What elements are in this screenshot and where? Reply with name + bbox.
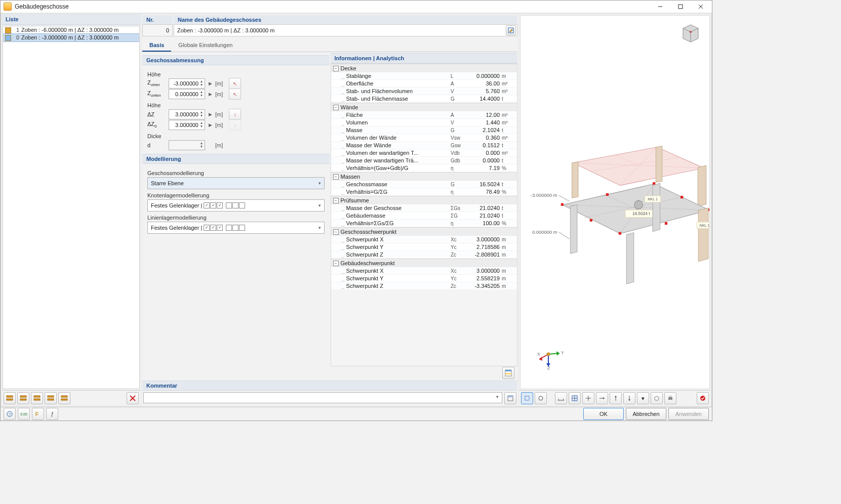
- picker-zunten-icon[interactable]: ↖: [229, 89, 241, 100]
- status-units[interactable]: 0.00: [18, 408, 30, 420]
- picker-dz0-icon: ↕: [229, 119, 241, 131]
- svg-text:ƒ: ƒ: [51, 411, 54, 417]
- picker-dz-icon[interactable]: ↕: [229, 109, 241, 120]
- autoname-button[interactable]: [506, 25, 516, 35]
- rtool-move-x[interactable]: [596, 392, 608, 404]
- rtool-layers[interactable]: ▾: [637, 392, 649, 404]
- apply-button[interactable]: Anwenden: [668, 408, 709, 420]
- tree-group-header[interactable]: −Decke: [331, 64, 517, 72]
- svg-rect-19: [505, 373, 511, 374]
- pick-zoben[interactable]: ▶: [207, 79, 213, 88]
- rtool-move-z[interactable]: [623, 392, 635, 404]
- close-button[interactable]: [691, 1, 711, 12]
- rtool-box[interactable]: [651, 392, 663, 404]
- comment-lib-button[interactable]: [504, 392, 516, 404]
- tree-row: Volumen der WändeVsw0.360m³: [331, 134, 517, 142]
- tree-group-header[interactable]: −Prüfsumme: [331, 196, 517, 204]
- list-tool-4[interactable]: [45, 392, 57, 404]
- list-header: Liste: [2, 14, 141, 25]
- navcube-icon[interactable]: [678, 21, 703, 46]
- picker-zoben-icon[interactable]: ↖: [229, 78, 241, 89]
- storey-list[interactable]: 1Zoben : -6.000000 m | ΔZ : 3.000000 m0Z…: [3, 26, 140, 389]
- svg-line-61: [559, 232, 570, 239]
- maximize-button[interactable]: [670, 1, 691, 12]
- tree-row: Masse der GeschosseΣGs21.0240t: [331, 204, 517, 212]
- rtool-print[interactable]: [664, 392, 676, 404]
- delete-button[interactable]: [127, 392, 139, 404]
- svg-text:X: X: [537, 352, 540, 357]
- tree-row: Stab- und FlächenvolumenV5.760m³: [331, 88, 517, 95]
- svg-rect-84: [668, 397, 672, 400]
- status-help[interactable]: ?: [4, 408, 16, 420]
- label-zunten: Zunten: [147, 90, 167, 98]
- tree-group-header[interactable]: −Gebäudeschwerpunkt: [331, 259, 517, 267]
- cancel-button[interactable]: Abbrechen: [626, 408, 666, 420]
- status-script[interactable]: ƒ: [46, 408, 58, 420]
- dropdown-geschossmodel[interactable]: Starre Ebene▾: [147, 177, 325, 189]
- input-dz[interactable]: 3.000000▲▼: [169, 109, 205, 119]
- svg-marker-80: [603, 397, 605, 399]
- name-input[interactable]: Zoben : -3.000000 m | ΔZ : 3.000000 m: [174, 24, 517, 36]
- comment-input[interactable]: ▾: [143, 392, 502, 403]
- tree-row: Schwerpunkt YYc2.558219m: [331, 275, 517, 282]
- sec-model-title: Modellierung: [142, 154, 330, 164]
- tree-row: MasseG2.1024t: [331, 127, 517, 134]
- name-header: Name des Gebäudegeschosses: [174, 15, 517, 24]
- tree-row: Stab- und FlächenmasseG14.4000t: [331, 95, 517, 103]
- sec-comment-title: Kommentar: [142, 381, 517, 391]
- tree-group-header[interactable]: −Geschossschwerpunkt: [331, 227, 517, 236]
- nr-value: 0: [142, 24, 173, 36]
- rtool-dim[interactable]: [555, 392, 567, 404]
- svg-text:NKL 1: NKL 1: [700, 223, 709, 228]
- svg-marker-52: [653, 183, 660, 231]
- svg-marker-32: [698, 165, 706, 206]
- pick-dz[interactable]: ▶: [207, 110, 213, 118]
- tree-row: Masse der WändeGsw0.1512t: [331, 142, 517, 149]
- list-item[interactable]: 0Zoben : -3.000000 m | ΔZ : 3.000000 m: [3, 34, 139, 41]
- input-d: ▲▼: [169, 140, 205, 150]
- list-tool-1[interactable]: [4, 392, 16, 404]
- view3d[interactable]: 16.5024 t NKL 1 NKL 1 -3.: [520, 15, 710, 389]
- list-tool-2[interactable]: [17, 392, 29, 404]
- pick-zunten[interactable]: ▶: [207, 90, 213, 98]
- svg-point-39: [634, 200, 643, 209]
- window-title: Gebäudegeschosse: [15, 3, 69, 10]
- rtool-select[interactable]: [521, 392, 533, 404]
- tab-global[interactable]: Globale Einstellungen: [171, 39, 239, 52]
- tab-basis[interactable]: Basis: [142, 39, 171, 52]
- dropdown-linienmodel[interactable]: Festes Gelenklager | ✓✓✓ ▾: [147, 222, 325, 234]
- app-icon: [4, 3, 12, 11]
- svg-marker-50: [570, 205, 577, 254]
- svg-text:16.5024 t: 16.5024 t: [632, 212, 650, 216]
- rtool-view[interactable]: [535, 392, 547, 404]
- pick-dz0[interactable]: ▶: [207, 121, 213, 129]
- svg-rect-85: [669, 396, 672, 397]
- svg-point-24: [690, 31, 692, 33]
- rtool-grid[interactable]: [569, 392, 581, 404]
- ok-button[interactable]: OK: [583, 408, 624, 420]
- status-tree[interactable]: [32, 408, 44, 420]
- tree-row: StablängeL0.000000m: [331, 72, 517, 80]
- label-knotenmodel: Knotenlagermodellierung: [147, 192, 325, 198]
- rtool-move-xy[interactable]: [582, 392, 594, 404]
- list-item[interactable]: 1Zoben : -6.000000 m | ΔZ : 3.000000 m: [3, 26, 139, 34]
- minimize-button[interactable]: [650, 1, 670, 12]
- label-hoehe2: Höhe: [147, 102, 325, 108]
- tree-group-header[interactable]: −Wände: [331, 103, 517, 111]
- tree-group-header[interactable]: −Massen: [331, 172, 517, 181]
- rtool-move-y[interactable]: [610, 392, 622, 404]
- label-d: d: [147, 142, 167, 148]
- rtool-ok-flag[interactable]: [697, 392, 709, 404]
- list-tool-5[interactable]: [58, 392, 70, 404]
- svg-text:-3.000000 m: -3.000000 m: [531, 193, 557, 198]
- input-dz0[interactable]: 3.000000▲▼: [169, 120, 205, 130]
- svg-text:Z: Z: [547, 365, 550, 369]
- tree-row: Schwerpunkt XXc3.000000m: [331, 267, 517, 275]
- nr-header: Nr.: [142, 15, 173, 24]
- input-zunten[interactable]: 0.000000▲▼: [169, 89, 205, 99]
- dropdown-knotenmodel[interactable]: Festes Gelenklager | ✓✓✓ ▾: [147, 199, 325, 212]
- info-tree[interactable]: −DeckeStablängeL0.000000mOberflächeA36.0…: [331, 63, 518, 366]
- list-tool-3[interactable]: [31, 392, 43, 404]
- info-table-button[interactable]: [502, 367, 514, 379]
- input-zoben[interactable]: -3.000000▲▼: [169, 78, 205, 89]
